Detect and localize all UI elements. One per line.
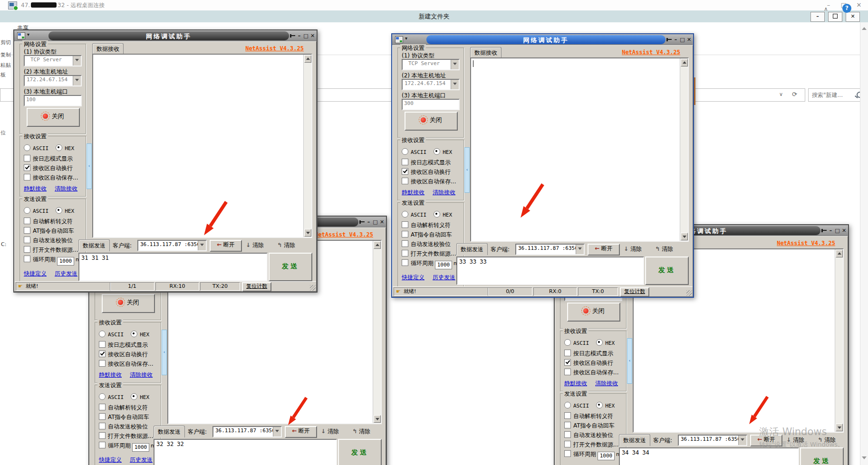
log-mode-checkbox[interactable] <box>402 159 408 165</box>
send-ascii-radio[interactable] <box>24 207 30 214</box>
panel-collapse-handle[interactable]: ‹ <box>627 338 632 384</box>
netassist-version-link[interactable]: NetAssist V4.3.25 <box>777 240 835 247</box>
send-ascii-radio[interactable] <box>402 211 408 218</box>
receive-area[interactable] <box>470 57 689 242</box>
send-input-area[interactable]: 34 34 34 <box>619 447 799 465</box>
auto-save-checkbox[interactable] <box>24 174 30 180</box>
clear-send-button[interactable]: ↓清除 <box>321 427 339 436</box>
panel-collapse-handle[interactable]: ‹ <box>87 143 92 189</box>
tab-data-send[interactable]: 数据发送 <box>78 239 110 251</box>
close-button[interactable]: ✕ <box>841 227 847 234</box>
minimize-button[interactable]: – <box>673 36 679 43</box>
address-select[interactable]: 172.24.67.154 <box>24 75 82 86</box>
ribbon-collapse-icon[interactable]: ∧ <box>824 6 828 12</box>
clear-receive-link[interactable]: 清除接收 <box>55 185 77 192</box>
scroll-up-icon[interactable] <box>862 27 867 30</box>
send-hex-radio[interactable] <box>434 211 440 218</box>
quick-define-link[interactable]: 快捷定义 <box>24 270 47 277</box>
history-send-link[interactable]: 历史发送 <box>130 456 153 463</box>
netassist-titlebar[interactable]: ▾ 网络调试助手 – □ ✕ <box>392 34 693 45</box>
protocol-select[interactable]: TCP Server <box>402 59 460 70</box>
client-select[interactable]: 36.113.117.87 :63562 <box>212 426 282 437</box>
receive-scrollbar[interactable] <box>303 55 311 237</box>
auto-escape-checkbox[interactable] <box>99 404 106 410</box>
silent-receive-link[interactable]: 静默接收 <box>564 380 587 387</box>
quick-define-link[interactable]: 快捷定义 <box>402 274 424 281</box>
explorer-minimize-button[interactable]: – <box>810 12 825 22</box>
maximize-button[interactable]: □ <box>372 218 378 226</box>
at-cr-checkbox[interactable] <box>564 422 571 428</box>
clear-receive-link[interactable]: 清除接收 <box>433 189 455 196</box>
close-server-button[interactable]: 关闭 <box>27 108 80 127</box>
send-hex-radio[interactable] <box>131 393 137 400</box>
address-dropdown-icon[interactable]: ∨ <box>779 91 783 97</box>
send-input-area[interactable]: 32 32 32 <box>154 439 337 465</box>
dropdown-icon[interactable] <box>273 427 281 437</box>
resize-grip[interactable] <box>686 290 692 296</box>
silent-receive-link[interactable]: 静默接收 <box>24 185 47 192</box>
explorer-scrollbar[interactable] <box>860 22 868 465</box>
scroll-up-icon[interactable] <box>304 55 311 63</box>
clear-receive-button[interactable]: ↰清除 <box>277 241 295 249</box>
send-hex-radio[interactable] <box>596 402 603 408</box>
protocol-select[interactable]: TCP Server <box>24 55 82 66</box>
auto-wrap-checkbox[interactable] <box>24 164 30 171</box>
tab-data-send[interactable]: 数据发送 <box>619 434 650 446</box>
send-button[interactable]: 发送 <box>800 447 844 465</box>
refresh-icon[interactable]: ⟳ <box>792 91 797 98</box>
maximize-button[interactable]: □ <box>679 36 685 43</box>
close-server-button[interactable]: 关闭 <box>567 303 620 322</box>
tab-data-receive[interactable]: 数据接收 <box>92 43 124 54</box>
cycle-input[interactable]: 1000 <box>57 257 74 266</box>
dropdown-icon[interactable] <box>576 245 584 254</box>
pin-icon[interactable] <box>666 38 672 42</box>
app-icon[interactable] <box>395 36 403 43</box>
auto-save-checkbox[interactable] <box>99 360 106 367</box>
port-input[interactable]: 300 <box>402 99 460 110</box>
send-input-area[interactable]: 31 31 31 <box>78 253 268 281</box>
at-cr-checkbox[interactable] <box>402 231 408 237</box>
reset-count-button[interactable]: 复位计数 <box>620 287 649 297</box>
dropdown-icon[interactable] <box>73 56 81 66</box>
close-button[interactable]: ✕ <box>686 36 692 43</box>
cycle-input[interactable]: 1000 <box>132 443 149 452</box>
clear-receive-button[interactable]: ↰清除 <box>352 427 370 436</box>
menu-arrow-icon[interactable]: ▾ <box>405 36 407 41</box>
port-input[interactable]: 100 <box>24 95 82 106</box>
scroll-down-icon[interactable] <box>836 424 843 431</box>
scroll-down-icon[interactable] <box>304 229 311 237</box>
clear-send-button[interactable]: ↓清除 <box>624 245 642 253</box>
netassist-version-link[interactable]: NetAssist V4.3.25 <box>315 231 373 238</box>
cycle-input[interactable]: 1000 <box>598 452 615 460</box>
pin-icon[interactable] <box>359 220 365 224</box>
minimize-button[interactable]: – <box>828 227 834 234</box>
history-send-link[interactable]: 历史发送 <box>433 274 455 281</box>
netassist-titlebar[interactable]: ▾ 网络调试助手 – □ ✕ <box>14 30 317 41</box>
send-button[interactable]: 发送 <box>269 253 312 281</box>
maximize-button[interactable]: □ <box>303 32 309 39</box>
auto-escape-checkbox[interactable] <box>564 412 571 419</box>
minimize-button[interactable]: – <box>366 218 372 226</box>
send-ascii-radio[interactable] <box>99 393 106 400</box>
auto-save-checkbox[interactable] <box>564 369 571 375</box>
recv-ascii-radio[interactable] <box>99 331 106 337</box>
recv-hex-radio[interactable] <box>56 144 62 151</box>
ribbon-fragment-copy[interactable]: 复制 <box>0 51 11 58</box>
client-select[interactable]: 36.113.117.87 :63564 <box>515 244 585 255</box>
disconnect-button[interactable]: ←断开 <box>588 244 620 256</box>
netassist-version-link[interactable]: NetAssist V4.3.25 <box>622 49 680 56</box>
cycle-checkbox[interactable] <box>24 256 30 262</box>
receive-scrollbar[interactable] <box>835 249 843 432</box>
minimize-button[interactable]: – <box>296 32 302 39</box>
cycle-checkbox[interactable] <box>99 442 106 448</box>
auto-save-checkbox[interactable] <box>402 178 408 184</box>
explorer-restore-button[interactable] <box>828 12 842 22</box>
log-mode-checkbox[interactable] <box>99 341 106 348</box>
close-button[interactable]: ✕ <box>379 218 385 226</box>
explorer-close-button[interactable]: ✕ <box>846 12 860 22</box>
recv-ascii-radio[interactable] <box>24 144 30 151</box>
resize-grip[interactable] <box>310 285 316 291</box>
scroll-up-icon[interactable] <box>681 59 688 66</box>
rdp-close-button[interactable]: ✕ <box>852 0 866 10</box>
receive-scrollbar[interactable] <box>373 241 381 423</box>
